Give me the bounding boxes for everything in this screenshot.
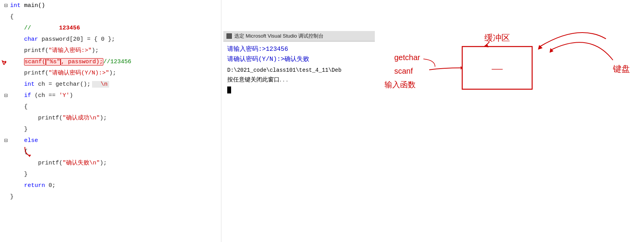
else-arrow-annotation <box>21 146 33 158</box>
code-line-4: char password[20] = { 0 }; <box>0 34 221 45</box>
code-text-13: else <box>10 135 38 146</box>
code-line-8: int ch = getchar(); \n <box>0 79 221 90</box>
code-text-2: { <box>10 11 14 22</box>
console-line-2: 请确认密码(Y/N):>确认失败 <box>227 55 371 65</box>
buffer-minus-label: — <box>491 62 503 74</box>
collapse-button-1[interactable]: ⊟ <box>2 2 10 9</box>
code-text-7: printf("请确认密码(Y/N):>"); <box>10 67 116 79</box>
console-line-1: 请输入密码:>123456 <box>227 45 371 55</box>
code-line-11: printf("确认成功\n"); <box>0 112 221 124</box>
console-title: 选定 Microsoft Visual Studio 调试控制台 <box>234 33 324 40</box>
code-line-14: { <box>0 146 221 157</box>
code-text-8: int ch = getchar(); \n <box>10 79 109 90</box>
code-text-12: } <box>10 124 28 135</box>
console-cursor <box>227 86 231 93</box>
code-text-16: } <box>10 169 28 180</box>
code-text-6: scanf("%s", password);//123456 <box>10 56 131 67</box>
code-text-17: return 0; <box>10 180 56 191</box>
scanf-label: scanf <box>394 67 413 75</box>
keyboard-label: 键盘 <box>613 64 630 74</box>
code-text-15: printf("确认失败\n"); <box>10 157 107 169</box>
code-text-11: printf("确认成功\n"); <box>10 112 107 124</box>
collapse-button-13[interactable]: ⊟ <box>2 137 10 144</box>
code-line-9: ⊟ if (ch == 'Y') <box>0 90 221 101</box>
buffer-label: 缓冲区 <box>484 33 510 43</box>
scanf-arrow-annotation <box>1 58 9 66</box>
collapse-button-9[interactable]: ⊟ <box>2 92 10 99</box>
diagram-svg: — 缓冲区 键盘 getchar scanf 输入函数 <box>373 0 644 242</box>
code-line-10: { <box>0 101 221 112</box>
code-line-2: { <box>0 11 221 22</box>
code-line-3: // 123456 <box>0 22 221 34</box>
console-window: 选定 Microsoft Visual Studio 调试控制台 请输入密码:>… <box>223 31 375 99</box>
console-titlebar: 选定 Microsoft Visual Studio 调试控制台 <box>223 31 375 41</box>
code-text-5: printf("请输入密码:>"); <box>10 45 99 56</box>
code-text-3: // 123456 <box>10 22 80 34</box>
console-path: D:\2021_code\class101\test_4_11\Deb <box>227 64 371 74</box>
code-line-5: printf("请输入密码:>"); <box>0 45 221 56</box>
code-line-1: ⊟ int main() <box>0 0 221 11</box>
console-body: 请输入密码:>123456 请确认密码(Y/N):>确认失败 D:\2021_c… <box>223 41 375 99</box>
console-icon <box>226 33 232 39</box>
console-cursor-line <box>227 84 371 96</box>
code-line-17: return 0; <box>0 180 221 191</box>
code-text-1: int main() <box>10 0 45 11</box>
code-line-16: } <box>0 169 221 180</box>
getchar-label: getchar <box>394 53 420 62</box>
code-text-10: { <box>10 101 28 112</box>
code-text-18: } <box>10 191 14 202</box>
code-text-9: if (ch == 'Y') <box>10 90 73 101</box>
code-line-7: printf("请确认密码(Y/N):>"); <box>0 67 221 79</box>
code-line-18: } <box>0 191 221 202</box>
console-press: 按任意键关闭此窗口. . . <box>227 75 371 84</box>
code-text-4: char password[20] = { 0 }; <box>10 34 115 45</box>
diagram-panel: — 缓冲区 键盘 getchar scanf 输入函数 <box>373 0 644 242</box>
code-line-6: scanf("%s", password);//123456 <box>0 56 221 67</box>
code-line-15: printf("确认失败\n"); <box>0 157 221 169</box>
input-func-label: 输入函数 <box>385 80 416 89</box>
code-line-12: } <box>0 124 221 135</box>
code-line-13: ⊟ else <box>0 135 221 146</box>
code-editor: ⊟ int main() { // 123456 char password[2… <box>0 0 221 242</box>
svg-marker-0 <box>28 155 31 157</box>
